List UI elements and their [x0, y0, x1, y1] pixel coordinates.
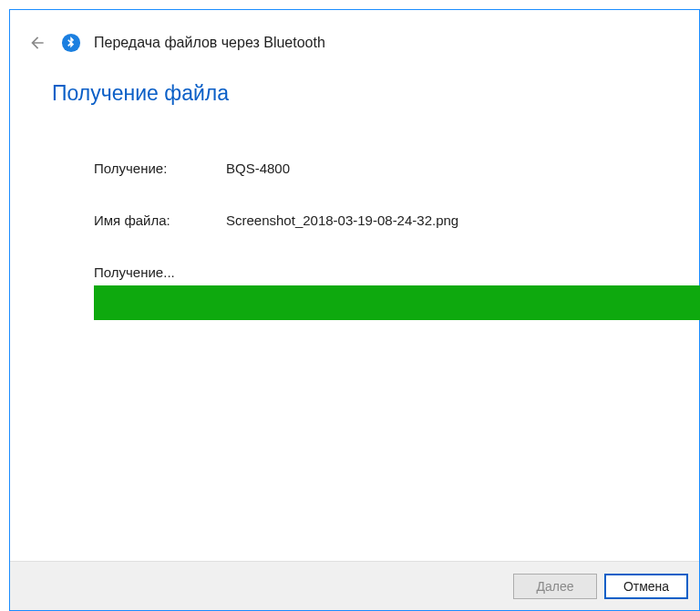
filename-row: Имя файла: Screenshot_2018-03-19-08-24-3…: [94, 212, 657, 228]
filename-label: Имя файла:: [94, 212, 226, 228]
next-button: Далее: [513, 574, 597, 599]
arrow-left-icon: [28, 34, 46, 52]
bluetooth-transfer-window: Передача файлов через Bluetooth Получени…: [9, 9, 700, 611]
receiving-from-row: Получение: BQS-4800: [94, 161, 657, 176]
window-header: Передача файлов через Bluetooth: [10, 10, 699, 63]
receiving-from-label: Получение:: [94, 161, 226, 176]
dialog-footer: Далее Отмена: [10, 561, 699, 610]
receiving-from-value: BQS-4800: [226, 161, 657, 176]
cancel-button[interactable]: Отмена: [604, 574, 688, 599]
window-title: Передача файлов через Bluetooth: [94, 35, 325, 51]
progress-bar: [94, 285, 700, 320]
status-label: Получение...: [94, 264, 657, 280]
transfer-details: Получение: BQS-4800 Имя файла: Screensho…: [52, 161, 657, 320]
filename-value: Screenshot_2018-03-19-08-24-32.png: [226, 212, 657, 228]
back-button[interactable]: [26, 32, 48, 54]
content-area: Получение файла Получение: BQS-4800 Имя …: [10, 63, 699, 561]
page-heading: Получение файла: [52, 81, 657, 106]
bluetooth-icon: [61, 33, 81, 53]
